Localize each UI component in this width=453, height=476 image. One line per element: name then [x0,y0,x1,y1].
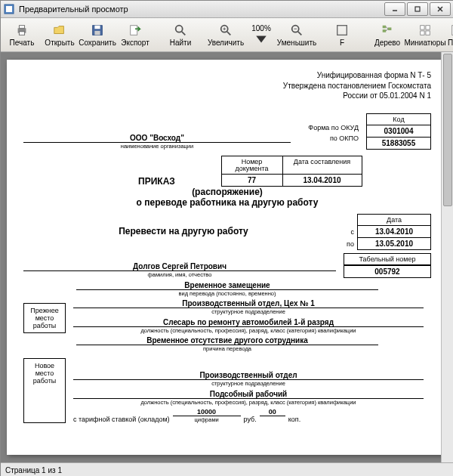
period-date-label: Дата [358,214,431,225]
print-button[interactable]: Печать [4,20,40,50]
salary-value: 10000 [173,408,241,416]
doc-title-2: (распоряжение) [23,187,431,197]
fullscreen-icon [335,23,349,37]
minimize-button[interactable] [384,2,405,16]
salary-kop-value: 00 [260,408,285,416]
new-dept-sublabel: структурное подразделение [73,380,424,387]
salary-sublabel: цифрами [173,416,241,423]
reason-value: Временное отсутствие другого сотрудника [76,336,378,345]
workarea: Унифицированная форма N Т- 5 Утверждена … [1,52,453,462]
svg-line-14 [182,31,186,35]
doc-title-3: о переводе работника на другую работу [23,197,431,208]
svg-rect-25 [388,27,392,30]
fio-value: Долгов Сергей Петрович [23,262,336,271]
transfer-type-sublabel: вид перевода (постоянно, временно) [76,290,378,297]
date-from-value: 13.04.2010 [358,225,431,237]
date-from-label: с [344,225,358,237]
form-header-lines: Унифицированная форма N Т- 5 Утверждена … [23,70,431,101]
svg-rect-30 [421,30,424,34]
prev-dept-sublabel: структурное подразделение [73,308,424,315]
toolbar: Печать Открыть Сохранить Экспорт Найти У… [1,18,453,52]
new-dept-value: Производственный отдел [73,371,424,380]
close-button[interactable] [430,2,451,16]
fields-button[interactable]: Поля [445,20,453,50]
okpo-label: по ОКПО [291,134,359,142]
thumbnails-icon [418,23,432,37]
preview-window: Предварительный просмотр Печать Открыть … [0,0,453,476]
okpo-value: 51883055 [367,137,431,149]
export-icon [128,23,142,37]
okud-label: Форма по ОКУД [291,124,359,131]
new-job-sublabel: должность (специальность, профессия), ра… [73,399,424,406]
svg-line-27 [386,29,388,31]
date-to-label: по [344,237,358,249]
transfer-type-value: Временное замещение [76,281,378,290]
tree-button[interactable]: Дерево [369,20,405,50]
vertical-scrollbar[interactable] [441,52,453,462]
svg-rect-23 [383,25,387,28]
previous-place-label: Прежнее место работы [23,303,66,333]
zoom-out-icon [290,23,304,37]
salary-kop: коп. [288,416,300,423]
docdate-value: 13.04.2010 [282,174,362,186]
svg-rect-24 [383,29,387,32]
okud-value: 0301004 [367,125,431,137]
tabnum-value: 005792 [344,265,431,278]
app-icon [4,4,14,14]
find-button[interactable]: Найти [162,20,199,50]
date-to-value: 13.05.2010 [358,237,431,249]
save-button[interactable]: Сохранить [79,20,116,50]
scrollbar-thumb[interactable] [443,54,452,206]
svg-rect-12 [131,25,137,35]
new-job-value: Подсобный рабочий [73,390,424,399]
prev-job-sublabel: должность (специальность, профессия), ра… [73,327,424,334]
folder-open-icon [53,23,66,37]
svg-rect-31 [426,30,430,34]
zoom-in-icon [219,23,233,37]
salary-rub: руб. [244,416,257,423]
prev-dept-value: Производственный отдел, Цех № 1 [73,299,424,308]
window-title: Предварительный просмотр [19,5,384,14]
maximize-button[interactable] [407,2,428,16]
document-page: Унифицированная форма N Т- 5 Утверждена … [7,60,448,455]
svg-rect-28 [421,25,424,29]
fullscreen-button[interactable]: F [324,20,360,50]
org-sublabel: наименование организации [23,143,291,150]
svg-line-20 [298,31,302,35]
transfer-heading: Перевести на другую работу [23,214,344,236]
thumbnails-button[interactable]: Миниатюры [407,20,443,50]
svg-rect-8 [19,31,24,35]
docdate-label: Дата составления [282,156,362,174]
prev-job-value: Слесарь по ремонту автомобилей 1-й разря… [73,318,424,327]
docnum-value: 77 [221,174,282,186]
new-place-label: Новое место работы [23,358,66,423]
svg-rect-3 [415,7,420,11]
save-icon [91,23,104,37]
open-button[interactable]: Открыть [42,20,78,50]
reason-sublabel: причина перевода [76,345,378,352]
svg-point-13 [176,25,183,32]
chevron-down-icon [254,32,268,46]
svg-line-16 [227,31,231,35]
zoom-dropdown[interactable]: 100% [245,20,277,50]
svg-rect-22 [337,25,347,35]
svg-rect-1 [6,6,12,12]
svg-rect-7 [19,25,24,28]
salary-prefix: с тарифной ставкой (окладом) [73,416,170,423]
fio-sublabel: фамилия, имя, отчество [23,271,336,278]
page-indicator: Страница 1 из 1 [5,466,62,474]
svg-rect-29 [426,25,430,29]
svg-line-26 [386,26,388,29]
code-header: Код [367,113,431,125]
tabnum-label: Табельный номер [344,253,431,265]
search-icon [174,23,187,37]
export-button[interactable]: Экспорт [117,20,153,50]
org-name: ООО "Восход" [23,134,291,143]
statusbar: Страница 1 из 1 [1,462,453,476]
zoom-out-button[interactable]: Уменьшить [279,20,315,50]
svg-rect-11 [94,30,100,34]
titlebar: Предварительный просмотр [1,1,453,18]
svg-rect-10 [94,25,100,29]
zoom-in-button[interactable]: Увеличить [208,20,244,50]
tree-icon [381,23,394,37]
